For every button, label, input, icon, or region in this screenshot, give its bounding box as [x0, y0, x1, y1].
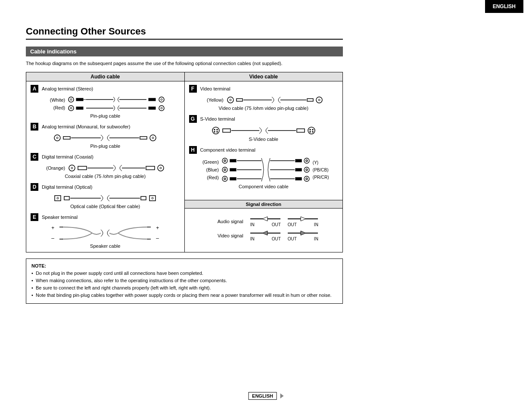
caption-C: Coaxial cable (75 /ohm pin-plug cable): [31, 174, 180, 179]
video-cell: F Video terminal (Yellow): [184, 81, 343, 200]
svg-point-49: [224, 160, 226, 162]
note-item: Be sure to connect the left and right ch…: [31, 285, 337, 291]
audio-signal-label: Audio signal: [209, 219, 243, 224]
svg-point-46: [310, 131, 311, 132]
svg-rect-2: [76, 98, 83, 101]
pr-label: (PR/CR): [313, 175, 329, 180]
cable-A: A Analog terminal (Stereo) (White) (Red): [31, 85, 180, 118]
svg-point-47: [312, 131, 313, 132]
svg-point-22: [158, 165, 164, 171]
svg-point-7: [70, 107, 72, 109]
section-heading: Cable indications: [26, 47, 343, 56]
svg-rect-8: [76, 107, 83, 109]
video-signal-label: Video signal: [209, 233, 243, 238]
svg-point-30: [227, 97, 233, 103]
orange-label: (Orange): [44, 165, 65, 171]
svg-point-19: [71, 167, 73, 169]
white-label: (White): [44, 97, 65, 103]
cable-H: H Component video terminal (Green) (Blue…: [189, 146, 339, 189]
blue-label: (Blue): [198, 167, 219, 172]
svg-point-13: [56, 137, 58, 139]
caption-A: Pin-plug cable: [31, 113, 180, 118]
note-title: NOTE:: [31, 263, 337, 268]
out-label3: OUT: [272, 237, 281, 241]
signal-cell: Signal direction Audio signal INOUT OUTI…: [184, 200, 343, 252]
svg-point-36: [212, 127, 219, 134]
svg-rect-50: [230, 159, 236, 162]
svg-rect-24: [55, 196, 61, 201]
arrow-out-solid-icon: [288, 230, 318, 236]
name-B: Analog terminal (Monaural, for subwoofer…: [42, 124, 130, 129]
plus-left: +: [51, 225, 54, 231]
svg-rect-9: [149, 107, 156, 109]
cable-B: B Analog terminal (Monaural, for subwoof…: [31, 123, 180, 149]
svg-point-34: [316, 97, 322, 103]
caption-D: Optical cable (Optical fiber cable): [31, 204, 180, 209]
svg-point-60: [222, 176, 227, 181]
badge-C: C: [31, 153, 38, 161]
svg-point-59: [306, 169, 308, 171]
svg-point-65: [306, 178, 308, 180]
svg-point-58: [304, 167, 309, 172]
svg-rect-3: [149, 98, 156, 101]
note-item: When making connections, also refer to t…: [31, 277, 337, 284]
name-D: Digital terminal (Optical): [42, 184, 92, 190]
minus-right: –: [156, 235, 159, 241]
svg-rect-14: [63, 137, 70, 139]
cable-E: E Speaker terminal + –: [31, 213, 180, 249]
language-tab: ENGLISH: [485, 0, 523, 13]
in-label2: IN: [314, 222, 318, 227]
svg-point-17: [152, 137, 154, 139]
yellow-label: (Yellow): [203, 97, 224, 103]
name-F: Video terminal: [200, 86, 230, 91]
svg-rect-56: [230, 168, 236, 171]
svg-marker-71: [262, 231, 268, 235]
svg-rect-33: [307, 99, 313, 101]
signal-header: Signal direction: [185, 200, 343, 209]
audio-header: Audio cable: [26, 72, 185, 81]
audio-cell: A Analog terminal (Stereo) (White) (Red): [26, 81, 185, 252]
svg-rect-15: [140, 137, 147, 139]
badge-A: A: [31, 85, 38, 93]
footer: ENGLISH: [248, 392, 284, 400]
name-E: Speaker terminal: [42, 215, 78, 220]
svg-point-61: [224, 178, 226, 180]
svg-rect-63: [296, 177, 302, 180]
svg-rect-32: [236, 99, 243, 101]
svg-point-10: [159, 106, 164, 111]
svg-rect-57: [296, 168, 302, 171]
svg-rect-42: [297, 129, 305, 132]
svg-point-5: [161, 99, 162, 100]
cable-table: Audio cable Video cable A Analog termina…: [26, 72, 343, 252]
arrow-in-icon: [250, 216, 280, 221]
video-cable-icon: [225, 95, 324, 105]
svg-rect-21: [146, 166, 155, 170]
plus-right: +: [156, 225, 159, 231]
svg-point-53: [306, 160, 308, 162]
coax-cable-icon: [67, 163, 166, 173]
triangle-icon: [280, 393, 284, 399]
speaker-cable-icon: [58, 224, 152, 243]
arrow-out-icon: [288, 216, 318, 221]
svg-point-45: [312, 129, 313, 130]
caption-E: Speaker cable: [31, 243, 180, 249]
cable-C: C Digital terminal (Coaxial) (Orange): [31, 153, 180, 179]
name-C: Digital terminal (Coaxial): [42, 154, 93, 159]
caption-H: Component video cable: [189, 184, 339, 189]
svg-marker-69: [301, 217, 306, 221]
page-title: Connecting Other Sources: [26, 26, 343, 37]
svg-point-16: [150, 135, 156, 141]
svg-point-18: [69, 165, 75, 171]
svg-point-44: [310, 129, 311, 130]
in-label3: IN: [250, 237, 255, 241]
in-label4: IN: [314, 237, 318, 241]
svg-point-31: [230, 99, 231, 101]
video-header: Video cable: [184, 72, 343, 81]
svg-point-40: [217, 131, 218, 132]
red-label-h: (Red): [198, 175, 219, 180]
svg-point-38: [217, 129, 218, 130]
svg-rect-27: [141, 196, 146, 200]
svg-point-12: [54, 135, 60, 141]
svg-point-35: [318, 99, 320, 101]
svg-point-39: [214, 131, 215, 132]
